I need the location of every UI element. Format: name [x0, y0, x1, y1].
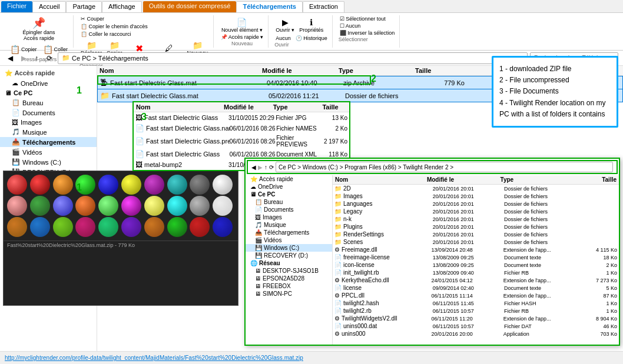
second-sidebar-onedrive[interactable]: ☁ OneDrive [246, 183, 332, 191]
tw-row-4[interactable]: 📁n-k20/01/2016 20:01Dossier de fichiers [333, 215, 619, 223]
group-label-nouveau: Nouveau [231, 41, 253, 46]
select-tout-btn[interactable]: ☑ Sélectionner tout [339, 15, 396, 22]
nav-up-btn[interactable]: ↑ [32, 53, 41, 64]
tw-row-8[interactable]: ⚙Freeimage.dll13/09/2014 20:48Extension … [333, 246, 619, 253]
tw-row-2[interactable]: 📁Languages20/01/2016 20:01Dossier de fic… [333, 200, 619, 208]
preview-area: Fast%20start%20Dielectric%20Glass.mat.zi… [3, 171, 238, 306]
tw-row-0[interactable]: 📁2D20/01/2016 20:01Dossier de fichiers [333, 185, 619, 192]
onedrive-icon: ☁ [12, 79, 18, 87]
tw-row-17[interactable]: ⚙TwilightWidgetsV2.dll06/11/2015 11:20Ex… [333, 315, 619, 322]
second-address-bar[interactable]: Ce PC > Windows (C:) > Program Files (x8… [276, 162, 613, 172]
sidebar-item-videos[interactable]: 🎬 Vidéos [0, 147, 97, 157]
second-sidebar-epson[interactable]: 🖥 EPSON2A5D28 [246, 275, 332, 282]
sidebar-item-documents[interactable]: 📄 Documents [0, 108, 97, 118]
callout-box: 1 - downloaded ZIP file 2 - File uncompr… [492, 56, 618, 128]
tw-row-14[interactable]: ⚙PPCL.dll06/11/2015 11:14Extension de l'… [333, 292, 619, 299]
ouvrir-btn[interactable]: ▶ Ouvrir ▾ [274, 17, 296, 34]
historique-btn[interactable]: 🕐 Historique [294, 35, 329, 42]
annotation-label-1a: 1 [77, 85, 82, 96]
tw-row-6[interactable]: 📁RenderSettings20/01/2016 20:01Dossier d… [333, 231, 619, 238]
inner-row-1[interactable]: 🖼 Fast start Dielectric Glass 31/10/2015… [134, 112, 349, 123]
tw-row-5[interactable]: 📁Plugins20/01/2016 20:01Dossier de fichi… [333, 223, 619, 231]
tw-row-15[interactable]: 📄twilight2.hash06/11/2015 11:45Fichier H… [333, 299, 619, 307]
couper-btn[interactable]: ✂ Couper [79, 15, 105, 22]
sidebar-item-onedrive[interactable]: ☁ OneDrive [0, 78, 97, 88]
pin-accesrapide-btn[interactable]: 📌 Épingler dans Accès rapide [21, 15, 56, 42]
ribbon-group-new: 📄 Nouvel élément ▾ 📌 Accès rapide ▾ Nouv… [216, 15, 269, 48]
second-sidebar-bureau[interactable]: 📋 Bureau [246, 198, 332, 206]
status-link[interactable]: http://myclightrender.com/profile-data/t… [5, 355, 303, 361]
inverser-selection-btn[interactable]: ⬛ Inverser la sélection [339, 29, 396, 36]
second-sidebar-videos[interactable]: 🎬 Vidéos [246, 236, 332, 244]
col-nom[interactable]: Nom [97, 67, 262, 74]
col-taille[interactable]: Taille [415, 67, 462, 74]
second-sidebar-simon[interactable]: 🖥 SIMON-PC [246, 290, 332, 298]
tw-row-16[interactable]: 📄twilight2.rb06/11/2015 10:57Fichier RB1… [333, 307, 619, 315]
sidebar-item-images[interactable]: 🖼 Images [0, 118, 97, 127]
group-label-select: Sélectionner [339, 36, 396, 42]
tw-row-18[interactable]: 📄unins000.dat06/11/2015 10:57Fichier DAT… [333, 322, 619, 330]
tw-row-12[interactable]: ⚙KerkytheaEcho.dll24/01/2015 04:12Extens… [333, 276, 619, 284]
nouvel-element-btn[interactable]: 📄 Nouvel élément ▾ [220, 17, 264, 34]
select-aucun-btn[interactable]: ☐ Aucun [339, 22, 396, 29]
tab-outils-dossier[interactable]: Outils de dossier compressé [143, 1, 237, 12]
sidebar-item-cepc[interactable]: 🖥 Ce PC [0, 88, 97, 98]
callout-item-3: 3 - File Documents [499, 86, 611, 97]
col-modifie[interactable]: Modifié le [262, 67, 339, 74]
musique-icon: 🎵 [12, 128, 20, 136]
tab-accueil[interactable]: Accueil [32, 1, 66, 12]
tab-partage[interactable]: Partage [66, 1, 102, 12]
col-type[interactable]: Type [339, 67, 415, 74]
second-sidebar-images[interactable]: 🖼 Images [246, 213, 332, 221]
proprietes-btn[interactable]: ℹ Propriétés [298, 17, 324, 34]
second-sidebar-windows[interactable]: 💾 Windows (C:) [246, 244, 332, 252]
inner-row-3[interactable]: 📄 Fast start Dielectric Glass.previews 0… [134, 133, 349, 149]
callout-item-4: 4 - Twilight Render location on my PC wi… [499, 98, 611, 120]
second-sidebar-documents[interactable]: 📄 Documents [246, 206, 332, 213]
windows-icon: 💾 [12, 158, 20, 166]
ribbon-group-pin: 📌 Épingler dans Accès rapide 📋Copier 📋Co… [5, 15, 74, 48]
nav-forward-btn[interactable]: ▶ [18, 53, 29, 64]
nav-back-btn[interactable]: ◀ [5, 53, 16, 64]
tw-row-9[interactable]: 📄freeimage-license13/08/2009 09:25Docume… [333, 253, 619, 261]
address-bar[interactable]: 📁 Ce PC > Téléchargements [58, 52, 528, 64]
tw-row-3[interactable]: 📁Legacy20/01/2016 20:01Dossier de fichie… [333, 208, 619, 215]
inner-row-2[interactable]: 📄 Fast start Dielectric Glass.names 06/0… [134, 123, 349, 133]
copier-chemin-btn[interactable]: 📋 Copier le chemin d'accès [79, 23, 149, 30]
second-sidebar-reseau[interactable]: 🌐 Réseau [246, 259, 332, 267]
tw-row-1[interactable]: 📁Images20/01/2016 20:01Dossier de fichie… [333, 192, 619, 200]
nav-refresh-btn[interactable]: ⟳ [44, 53, 55, 64]
sidebar-item-telechargements[interactable]: 📥 Téléchargements [0, 137, 97, 147]
second-sidebar-desktop[interactable]: 🖥 DESKTOP-SJ4SO1B [246, 267, 332, 275]
second-sidebar-acces-rapide[interactable]: ⭐ Accès rapide [246, 175, 332, 183]
tw-row-7[interactable]: 📁Scenes20/01/2016 20:01Dossier de fichie… [333, 238, 619, 246]
tw-row-10[interactable]: 📄icon-license13/08/2009 09:25Document te… [333, 261, 619, 269]
second-sidebar-musique[interactable]: 🎵 Musique [246, 221, 332, 229]
sidebar-item-musique[interactable]: 🎵 Musique [0, 127, 97, 137]
second-sidebar-telechargements[interactable]: 📥 Téléchargements [246, 229, 332, 236]
group-label-ouvrir: Ouvrir [274, 42, 329, 48]
tw-row-19[interactable]: ⚙unins00020/01/2016 20:00Application703 … [333, 330, 619, 338]
tab-extraction[interactable]: Extraction [303, 1, 344, 12]
second-sidebar-freebox[interactable]: 🖥 FREEBOX [246, 282, 332, 290]
second-up-btn[interactable]: ↑ [264, 164, 267, 171]
tab-affichage[interactable]: Affichage [102, 1, 142, 12]
sidebar-item-windows[interactable]: 💾 Windows (C:) [0, 157, 97, 167]
second-sidebar-recovery[interactable]: 💾 RECOVERY (D:) [246, 252, 332, 259]
second-back-btn[interactable]: ◀ [251, 164, 256, 171]
tab-telechargements[interactable]: Téléchargements [236, 1, 302, 12]
second-forward-btn[interactable]: ▶ [258, 164, 263, 171]
tw-row-11[interactable]: 📄init_twilight.rb13/08/2009 09:40Fichier… [333, 269, 619, 276]
inner-file-header: Nom Modifié le Type Taille [134, 102, 349, 112]
tab-fichier[interactable]: Fichier [1, 1, 32, 12]
tw-row-13[interactable]: 📄license09/09/2014 02:40Document texte5 … [333, 284, 619, 292]
callout-item-2: 2 - File uncompressed [499, 75, 611, 86]
aucun-btn[interactable]: Aucun [274, 35, 292, 42]
coller-raccourci-btn[interactable]: 📋 Coller le raccourci [79, 31, 132, 38]
preview-caption: Fast%20start%20Dielectric%20Glass.mat.zi… [4, 241, 238, 249]
ribbon-group-open: ▶ Ouvrir ▾ ℹ Propriétés Aucun 🕐 Historiq… [271, 15, 333, 48]
second-sidebar-cepc[interactable]: 🖥 Ce PC [246, 191, 332, 198]
sidebar-item-bureau[interactable]: 📋 Bureau [0, 98, 97, 108]
second-refresh-btn[interactable]: ⟳ [269, 164, 274, 171]
acces-rapide-btn[interactable]: 📌 Accès rapide ▾ [220, 34, 265, 41]
